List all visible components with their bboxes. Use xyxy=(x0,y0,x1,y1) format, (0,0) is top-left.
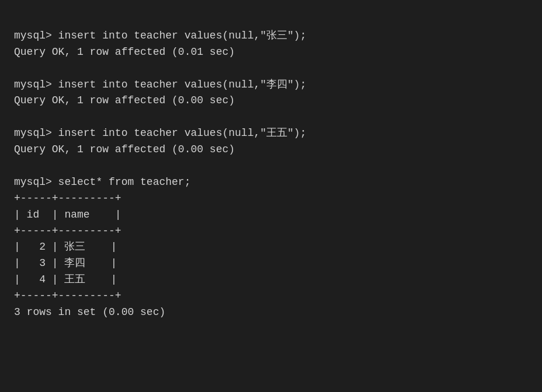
terminal-line: mysql> insert into teacher values(null,"… xyxy=(14,28,528,44)
terminal-line: +-----+---------+ xyxy=(14,288,528,304)
terminal-line: | 4 | 王五 | xyxy=(14,272,528,288)
terminal-line: mysql> select* from teacher; xyxy=(14,174,528,191)
terminal-line: +-----+---------+ xyxy=(14,223,528,240)
terminal-line: +-----+---------+ xyxy=(14,191,528,207)
terminal-line: Query OK, 1 row affected (0.00 sec) xyxy=(14,93,528,109)
terminal-line: | 3 | 李四 | xyxy=(14,256,528,272)
terminal-line: mysql> insert into teacher values(null,"… xyxy=(14,77,528,93)
terminal-output: mysql> insert into teacher values(null,"… xyxy=(14,12,528,321)
terminal-line: 3 rows in set (0.00 sec) xyxy=(14,304,528,321)
terminal-line: mysql> insert into teacher values(null,"… xyxy=(14,125,528,142)
terminal-line xyxy=(14,61,528,77)
terminal-line: Query OK, 1 row affected (0.01 sec) xyxy=(14,44,528,61)
terminal-line: | id | name | xyxy=(14,207,528,223)
terminal-line xyxy=(14,109,528,125)
terminal-line: | 2 | 张三 | xyxy=(14,239,528,256)
terminal-line xyxy=(14,158,528,174)
terminal-line: Query OK, 1 row affected (0.00 sec) xyxy=(14,142,528,158)
